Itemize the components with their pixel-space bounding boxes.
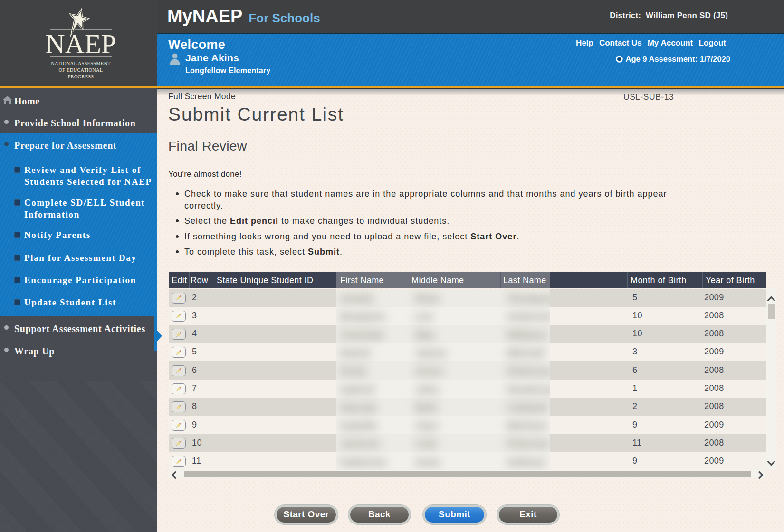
svg-text:PROGRESS: PROGRESS (68, 74, 94, 79)
svg-text:NAEP: NAEP (46, 29, 116, 59)
svg-text:OF EDUCATIONAL: OF EDUCATIONAL (59, 67, 103, 73)
svg-text:NATIONAL ASSESSMENT: NATIONAL ASSESSMENT (51, 61, 111, 66)
